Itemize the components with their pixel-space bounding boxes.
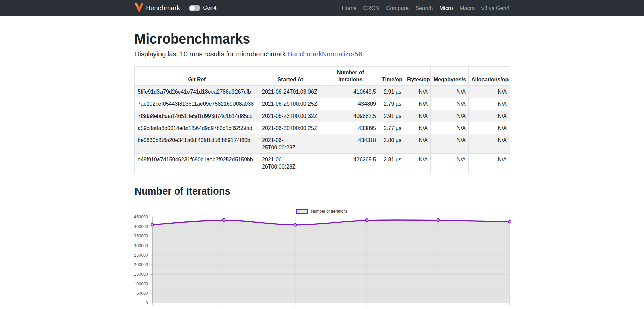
y-tick-label: 250000: [134, 253, 148, 258]
legend-swatch-icon: [296, 209, 308, 214]
table-row: 5fffe91d3a79d26e41e741d18eca2786d3267cfb…: [135, 86, 510, 98]
cell-megabytes-s: N/A: [431, 86, 469, 98]
y-tick-label: 300000: [134, 243, 148, 248]
cell-started-at: 2021-06- 26T00:00:28Z: [259, 154, 322, 173]
iterations-line-chart[interactable]: 0500001000001500002000002500003000003500…: [134, 216, 510, 309]
subtitle: Displaying last 10 runs results for micr…: [134, 50, 510, 58]
top-navbar: Benchmark Gen4 Home CRON Compare Search …: [0, 0, 644, 16]
page-title: Microbenchmarks: [134, 31, 510, 47]
col-header-time-op: Time/op: [379, 67, 404, 86]
cell-iterations: 434318: [322, 134, 379, 154]
table-row: a59c8a0a8d0014e8a1f564d9c97b3d1cf6255fad…: [135, 122, 510, 134]
chart-section-title: Number of Iterations: [134, 186, 510, 197]
cell-megabytes-s: N/A: [431, 134, 469, 154]
cell-iterations: 409882.5: [322, 110, 379, 122]
subtitle-text: Displaying last 10 runs results for micr…: [134, 50, 286, 58]
table-header-row: Git Ref Started At Number of Iterations …: [135, 67, 510, 86]
cell-started-at: 2021-06-23T00:00:32Z: [259, 110, 322, 122]
y-tick-label: 450000: [134, 215, 148, 220]
cell-megabytes-s: N/A: [431, 110, 469, 122]
y-tick-label: 50000: [136, 291, 148, 296]
cell-bytes-op: N/A: [404, 110, 431, 122]
chart-data-point[interactable]: [437, 219, 440, 222]
cell-allocations-op: N/A: [469, 122, 510, 134]
brand-name: Benchmark: [146, 4, 180, 12]
table-row: e49f910a7d15946231f690b1acb3f9252d5159bb…: [135, 154, 510, 173]
gen4-toggle-label: Gen4: [203, 5, 216, 11]
y-tick-label: 400000: [134, 224, 148, 229]
chart-data-point[interactable]: [508, 220, 511, 223]
toggle-switch-icon[interactable]: [189, 5, 200, 11]
benchmark-link[interactable]: BenchmarkNormalize-56: [288, 50, 362, 58]
cell-git-ref: 7ae102cef05443f813511ae09c7582169008a038: [135, 98, 259, 110]
cell-allocations-op: N/A: [469, 134, 510, 154]
microbenchmark-results-table: Git Ref Started At Number of Iterations …: [134, 66, 510, 173]
vitess-logo-icon: [134, 3, 144, 13]
cell-bytes-op: N/A: [404, 98, 431, 110]
cell-allocations-op: N/A: [469, 154, 510, 173]
nav-link-home[interactable]: Home: [342, 5, 357, 11]
cell-git-ref: a59c8a0a8d0014e8a1f564d9c97b3d1cf6255fad: [135, 122, 259, 134]
y-tick-label: 350000: [134, 234, 148, 238]
cell-git-ref: 7f3da8ebd5aa14651ffe5d1d993d74c1614d85cb: [135, 110, 259, 122]
cell-bytes-op: N/A: [404, 154, 431, 173]
table-row: be0630bf56a20e341a0df40fd1d56fb89174f60b…: [135, 134, 510, 154]
cell-time-op: 2.79 µs: [379, 98, 404, 110]
col-header-megabytes-s: Megabytes/s: [431, 67, 469, 86]
nav-link-search[interactable]: Search: [415, 5, 433, 11]
cell-started-at: 2021-06- 25T00:00:28Z: [259, 134, 322, 154]
col-header-bytes-op: Bytes/op: [404, 67, 431, 86]
cell-started-at: 2021-06-30T00:00:25Z: [259, 122, 322, 134]
cell-time-op: 2.91 µs: [379, 86, 404, 98]
nav-links: Home CRON Compare Search Micro Macro v3 …: [342, 5, 510, 11]
cell-time-op: 2.77 µs: [379, 122, 404, 134]
table-row: 7ae102cef05443f813511ae09c7582169008a038…: [135, 98, 510, 110]
chart-legend[interactable]: Number of Iterations: [134, 209, 510, 214]
col-header-number-of-iterations: Number of Iterations: [322, 67, 379, 86]
chart-data-point[interactable]: [222, 219, 225, 222]
cell-bytes-op: N/A: [404, 122, 431, 134]
cell-started-at: 2021-06-24T01:03:06Z: [259, 86, 322, 98]
cell-time-op: 2.81 µs: [379, 154, 404, 173]
cell-git-ref: 5fffe91d3a79d26e41e741d18eca2786d3267cfb: [135, 86, 259, 98]
cell-time-op: 2.80 µs: [379, 134, 404, 154]
chart-svg[interactable]: 0500001000001500002000002500003000003500…: [134, 216, 510, 309]
col-header-started-at: Started At: [259, 67, 322, 86]
cell-iterations: 433895: [322, 122, 379, 134]
cell-allocations-op: N/A: [469, 110, 510, 122]
cell-time-op: 2.91 µs: [379, 110, 404, 122]
cell-git-ref: e49f910a7d15946231f690b1acb3f9252d5159bb: [135, 154, 259, 173]
col-header-git-ref: Git Ref: [135, 67, 259, 86]
cell-megabytes-s: N/A: [431, 154, 469, 173]
cell-git-ref: be0630bf56a20e341a0df40fd1d56fb89174f60b: [135, 134, 259, 154]
y-tick-label: 0: [146, 301, 148, 305]
cell-megabytes-s: N/A: [431, 122, 469, 134]
nav-link-micro[interactable]: Micro: [439, 5, 453, 11]
nav-link-cron[interactable]: CRON: [363, 5, 380, 11]
gen4-toggle[interactable]: Gen4: [189, 5, 216, 11]
cell-allocations-op: N/A: [469, 98, 510, 110]
chart-data-point[interactable]: [294, 224, 297, 226]
cell-iterations: 410649.5: [322, 86, 379, 98]
cell-bytes-op: N/A: [404, 86, 431, 98]
col-header-allocations-op: Allocations/op: [469, 67, 510, 86]
brand-link[interactable]: Benchmark: [134, 3, 180, 13]
cell-iterations: 434809: [322, 98, 379, 110]
main-content: Microbenchmarks Displaying last 10 runs …: [134, 31, 510, 309]
nav-link-compare[interactable]: Compare: [386, 5, 409, 11]
cell-started-at: 2021-06-29T00:00:25Z: [259, 98, 322, 110]
nav-link-v3-vs-gen4[interactable]: v3 vs Gen4: [481, 5, 510, 11]
chart-area-fill: [152, 220, 510, 303]
cell-bytes-op: N/A: [404, 134, 431, 154]
y-tick-label: 200000: [134, 262, 148, 267]
y-tick-label: 150000: [134, 272, 148, 277]
table-row: 7f3da8ebd5aa14651ffe5d1d993d74c1614d85cb…: [135, 110, 510, 122]
chart-data-point[interactable]: [151, 223, 154, 226]
cell-iterations: 426269.5: [322, 154, 379, 173]
nav-link-macro[interactable]: Macro: [460, 5, 475, 11]
chart-data-point[interactable]: [365, 219, 368, 222]
legend-label: Number of Iterations: [311, 209, 348, 214]
cell-megabytes-s: N/A: [431, 98, 469, 110]
y-tick-label: 100000: [134, 282, 148, 286]
cell-allocations-op: N/A: [469, 86, 510, 98]
